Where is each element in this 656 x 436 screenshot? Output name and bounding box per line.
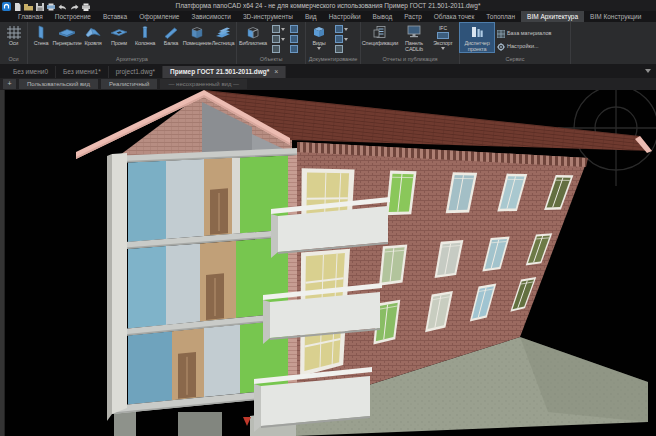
stairs-button[interactable]: Лестница — [210, 23, 236, 46]
ribbon-group-objects: Библиотека Объекты — [237, 22, 306, 64]
chevron-down-icon[interactable] — [344, 28, 348, 31]
chevron-down-icon[interactable] — [281, 38, 285, 41]
project-manager-icon — [469, 24, 485, 40]
ribbon-tab-main[interactable]: Главная — [12, 11, 49, 22]
viewport-left-edge — [0, 90, 5, 436]
specifications-button[interactable]: Спецификации — [361, 23, 399, 46]
view-tab-bar: + Пользовательский вид Реалистичный — не… — [0, 78, 656, 90]
chevron-down-icon[interactable] — [281, 28, 285, 31]
window-title: Платформа nanoCAD x64 24 - не для коммер… — [0, 0, 656, 11]
column-icon — [136, 24, 154, 40]
cadlib-panel-button[interactable]: Панель CADLib — [399, 23, 429, 52]
ribbon-group-axes: Оси Оси — [0, 22, 28, 64]
group-label-architecture: Архитектура — [28, 55, 236, 64]
cadlib-panel-icon — [406, 24, 422, 40]
ribbon-tab-view[interactable]: Вид — [299, 11, 323, 22]
chevron-down-icon[interactable] — [441, 47, 445, 50]
roof-icon — [84, 24, 102, 40]
group-label-axes: Оси — [0, 55, 27, 64]
objects-tool-icon-6[interactable] — [290, 45, 298, 53]
document-tab-project1[interactable]: project1.dwg* — [109, 66, 163, 78]
wall-button[interactable]: Стена — [28, 23, 54, 46]
view-tab-unsaved-view[interactable]: — несохраненный вид — — [160, 79, 247, 89]
quick-access-toolbar — [2, 0, 90, 11]
documentation-tool-icon-3[interactable] — [335, 45, 343, 53]
beam-icon — [162, 24, 180, 40]
ribbon-collapse-icon[interactable] — [645, 69, 651, 73]
export-ifc-button[interactable]: IFC Экспорт — [429, 23, 457, 50]
project-manager-button[interactable]: Диспетчер проекта — [460, 23, 494, 52]
wall-icon — [32, 24, 50, 40]
group-label-reports: Отчеты и публикация — [361, 55, 459, 64]
document-tab-unnamed1[interactable]: Без имени1* — [56, 66, 109, 78]
chevron-down-icon[interactable] — [317, 47, 321, 50]
room-button[interactable]: Помещение — [184, 23, 210, 46]
ribbon-tab-output[interactable]: Вывод — [367, 11, 399, 22]
export-ifc-icon: IFC — [437, 24, 449, 40]
group-label-service: Сервис — [460, 55, 570, 64]
view-tab-custom-view[interactable]: Пользовательский вид — [19, 79, 98, 89]
opening-icon — [110, 24, 128, 40]
building-3d-model — [0, 90, 656, 436]
objects-tool-icon-2[interactable] — [272, 35, 280, 43]
documentation-tool-icon-2[interactable] — [335, 35, 343, 43]
group-label-objects: Объекты — [237, 55, 305, 64]
slab-icon — [58, 24, 76, 40]
close-tab-icon[interactable]: × — [274, 66, 278, 78]
ribbon-tab-bar: Главная Построение Вставка Оформление За… — [0, 11, 656, 22]
ribbon-tab-raster[interactable]: Растр — [398, 11, 428, 22]
group-label-documentation: Документирование — [306, 55, 360, 64]
ribbon-tab-insert[interactable]: Вставка — [97, 11, 133, 22]
settings-gear-icon — [497, 37, 505, 55]
document-tab-bar: Без имени0 Без имени1* project1.dwg* При… — [0, 64, 656, 78]
objects-tool-icon-3[interactable] — [272, 45, 280, 53]
ribbon-tab-3d-tools[interactable]: 3D-инструменты — [237, 11, 299, 22]
specifications-icon — [371, 24, 389, 40]
roof-button[interactable]: Кровля — [80, 23, 106, 46]
settings-button[interactable]: Настройки... — [497, 40, 551, 51]
library-button[interactable]: Библиотека — [237, 23, 269, 46]
slab-button[interactable]: Перекрытие — [54, 23, 80, 46]
opening-button[interactable]: Проем — [106, 23, 132, 46]
objects-tool-icon-4[interactable] — [290, 25, 298, 33]
ribbon-group-documentation: Виды Документирование — [306, 22, 361, 64]
axes-button[interactable]: Оси — [0, 23, 27, 46]
document-tab-unnamed0[interactable]: Без имени0 — [6, 66, 56, 78]
stairs-icon — [214, 24, 232, 40]
ribbon-group-reports: Спецификации Панель CADLib IFC Экспорт О… — [361, 22, 460, 64]
documentation-tool-icon-1[interactable] — [335, 25, 343, 33]
views-button[interactable]: Виды — [306, 23, 332, 50]
document-tab-gost-example[interactable]: Пример ГОСТ 21.501-2011.dwg* × — [163, 66, 286, 78]
materials-base-button[interactable]: База материалов — [497, 27, 551, 38]
objects-tool-icon-5[interactable] — [290, 35, 298, 43]
ribbon-tab-constraints[interactable]: Зависимости — [185, 11, 236, 22]
drawing-viewport[interactable] — [0, 90, 656, 436]
ribbon-group-architecture: Стена Перекрытие Кровля Проем Ко — [28, 22, 237, 64]
room-icon — [188, 24, 206, 40]
ribbon-tab-bim-structures[interactable]: BIM Конструкции — [584, 11, 647, 22]
add-view-button[interactable]: + — [3, 79, 16, 89]
ribbon-tab-point-clouds[interactable]: Облака точек — [428, 11, 481, 22]
column-button[interactable]: Колонна — [132, 23, 158, 46]
ribbon-group-service: Диспетчер проекта База материалов Настро… — [460, 22, 571, 64]
chevron-down-icon[interactable] — [344, 38, 348, 41]
view-tab-realistic[interactable]: Реалистичный — [101, 79, 157, 89]
axes-grid-icon — [6, 24, 22, 40]
ribbon-tab-bim-architecture[interactable]: BIM Архитектура — [521, 11, 584, 22]
ribbon-tab-settings[interactable]: Настройки — [323, 11, 367, 22]
ribbon-tab-annotate[interactable]: Оформление — [133, 11, 185, 22]
library-cube-icon — [243, 24, 263, 40]
ribbon-tab-topoplan[interactable]: Топоплан — [480, 11, 521, 22]
views-cube-icon — [310, 24, 328, 40]
ribbon-tab-draw[interactable]: Построение — [49, 11, 97, 22]
beam-button[interactable]: Балка — [158, 23, 184, 46]
ribbon: Оси Оси Стена Перекрытие Кровля — [0, 22, 656, 64]
objects-tool-icon-1[interactable] — [272, 25, 280, 33]
title-bar: Платформа nanoCAD x64 24 - не для коммер… — [0, 0, 656, 11]
